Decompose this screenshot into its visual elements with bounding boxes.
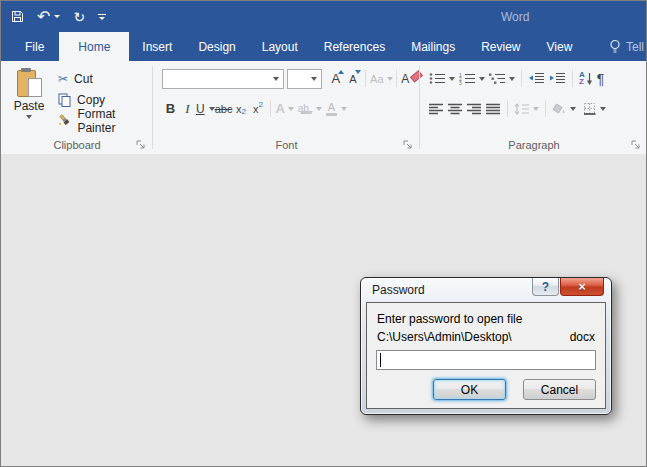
borders-button[interactable] bbox=[581, 99, 608, 119]
clipboard-small-buttons: ✂ Cut Copy bbox=[58, 68, 153, 131]
numbering-button[interactable]: 1 2 3 bbox=[457, 69, 487, 89]
tab-references[interactable]: References bbox=[311, 32, 398, 61]
ribbon-tab-row: File Home Insert Design Layout Reference… bbox=[1, 32, 646, 61]
redo-icon: ↻ bbox=[73, 10, 85, 24]
tab-home[interactable]: Home bbox=[59, 32, 129, 61]
subscript-button[interactable]: x 2 bbox=[232, 99, 249, 119]
line-spacing-button[interactable] bbox=[512, 99, 541, 119]
change-case-button[interactable]: Aa bbox=[370, 69, 392, 89]
text-effects-button[interactable]: A bbox=[275, 99, 293, 119]
clear-formatting-button[interactable]: A bbox=[401, 69, 420, 89]
file-path: C:\Users\Admin\Desktop\ bbox=[377, 330, 512, 344]
align-left-button[interactable] bbox=[427, 99, 446, 119]
increase-indent-icon bbox=[549, 72, 566, 85]
underline-button[interactable]: U bbox=[196, 99, 215, 119]
font-color-button[interactable]: A bbox=[326, 99, 347, 119]
align-center-button[interactable] bbox=[446, 99, 465, 119]
font-dialog-launcher[interactable] bbox=[403, 140, 413, 150]
password-input[interactable] bbox=[376, 350, 596, 370]
line-spacing-icon bbox=[514, 103, 530, 115]
separator bbox=[396, 70, 397, 87]
font-color-glyph-wrap: A bbox=[326, 102, 337, 116]
clipboard-clip bbox=[21, 68, 31, 72]
separator bbox=[572, 70, 573, 87]
password-input-wrap bbox=[376, 350, 596, 370]
redo-button[interactable]: ↻ bbox=[73, 10, 85, 24]
cut-label: Cut bbox=[74, 72, 93, 86]
font-color-glyph: A bbox=[328, 102, 335, 112]
tab-layout[interactable]: Layout bbox=[249, 32, 311, 61]
grow-font-button[interactable]: A bbox=[327, 69, 344, 89]
dialog-client-area: Enter password to open file C:\Users\Adm… bbox=[366, 302, 606, 409]
undo-dropdown-icon bbox=[54, 15, 60, 18]
copy-label: Copy bbox=[77, 93, 105, 107]
tab-mailings[interactable]: Mailings bbox=[398, 32, 468, 61]
font-size-combo[interactable] bbox=[287, 69, 323, 89]
tell-me-button[interactable]: Tell bbox=[601, 32, 646, 61]
paste-button[interactable]: Paste bbox=[8, 68, 50, 131]
save-button[interactable] bbox=[11, 10, 24, 23]
format-painter-button[interactable]: Format Painter bbox=[58, 110, 153, 131]
sort-button[interactable]: A Z bbox=[577, 69, 595, 89]
font-row-1: A A Aa A bbox=[162, 68, 420, 89]
strikethrough-button[interactable]: abc bbox=[215, 99, 233, 119]
dialog-close-button[interactable]: × bbox=[560, 278, 604, 296]
dialog-buttons: OK Cancel bbox=[433, 379, 596, 400]
shading-button[interactable] bbox=[550, 99, 578, 119]
svg-text:3: 3 bbox=[459, 80, 462, 86]
font-group: A A Aa A bbox=[153, 61, 420, 154]
tab-view[interactable]: View bbox=[534, 32, 586, 61]
increase-indent-button[interactable] bbox=[547, 69, 568, 89]
tab-file[interactable]: File bbox=[10, 32, 59, 61]
italic-button[interactable]: I bbox=[179, 99, 196, 119]
multilevel-dropdown-icon[interactable] bbox=[509, 77, 515, 81]
bullets-dropdown-icon[interactable] bbox=[449, 77, 455, 81]
tab-insert[interactable]: Insert bbox=[129, 32, 185, 61]
align-right-button[interactable] bbox=[465, 99, 484, 119]
superscript-button[interactable]: x 2 bbox=[249, 99, 266, 119]
font-color-bar-icon bbox=[326, 113, 337, 116]
cut-button[interactable]: ✂ Cut bbox=[58, 68, 153, 89]
clipboard-group: Paste ✂ Cut Copy bbox=[1, 61, 153, 154]
highlight-button[interactable]: ab bbox=[298, 99, 322, 119]
paste-clipboard-icon bbox=[17, 68, 42, 97]
underline-glyph: U bbox=[196, 102, 205, 116]
borders-dropdown-icon[interactable] bbox=[600, 107, 606, 111]
customize-qat-button[interactable] bbox=[98, 14, 106, 20]
shading-dropdown-icon[interactable] bbox=[570, 107, 576, 111]
justify-button[interactable] bbox=[484, 99, 503, 119]
close-icon: × bbox=[578, 279, 586, 294]
font-group-label: Font bbox=[153, 137, 420, 152]
quick-access-toolbar: ↶ ↻ bbox=[11, 1, 106, 32]
shrink-font-button[interactable]: A bbox=[344, 69, 361, 89]
tab-design[interactable]: Design bbox=[185, 32, 248, 61]
paragraph-body: 1 2 3 bbox=[420, 61, 647, 119]
separator bbox=[270, 100, 271, 117]
dialog-help-button[interactable]: ? bbox=[532, 278, 559, 296]
tab-review[interactable]: Review bbox=[468, 32, 533, 61]
decrease-indent-icon bbox=[528, 72, 545, 85]
strikethrough-glyph: abc bbox=[215, 103, 233, 115]
sort-letters: A Z bbox=[579, 72, 585, 85]
numbering-dropdown-icon[interactable] bbox=[479, 77, 485, 81]
undo-button[interactable]: ↶ bbox=[37, 9, 60, 25]
cancel-button[interactable]: Cancel bbox=[523, 379, 596, 400]
paragraph-row-1: 1 2 3 bbox=[427, 68, 647, 89]
decrease-indent-button[interactable] bbox=[526, 69, 547, 89]
paste-dropdown-icon[interactable] bbox=[26, 115, 32, 119]
ok-button[interactable]: OK bbox=[433, 379, 506, 400]
paragraph-row-2 bbox=[427, 98, 647, 119]
font-name-combo[interactable] bbox=[162, 69, 284, 89]
paragraph-dialog-launcher[interactable] bbox=[631, 140, 641, 150]
highlight-dropdown-icon bbox=[316, 107, 322, 111]
bold-button[interactable]: B bbox=[162, 99, 179, 119]
clear-formatting-glyph: A bbox=[401, 72, 409, 86]
multilevel-list-icon bbox=[489, 72, 506, 85]
font-size-dropdown-icon bbox=[311, 77, 317, 81]
clipboard-dialog-launcher[interactable] bbox=[136, 140, 146, 150]
shrink-font-glyph: A bbox=[349, 73, 356, 85]
ribbon: Paste ✂ Cut Copy bbox=[1, 61, 646, 155]
bullets-button[interactable] bbox=[427, 69, 457, 89]
show-hide-pilcrow-button[interactable]: ¶ bbox=[595, 69, 607, 89]
multilevel-list-button[interactable] bbox=[487, 69, 517, 89]
